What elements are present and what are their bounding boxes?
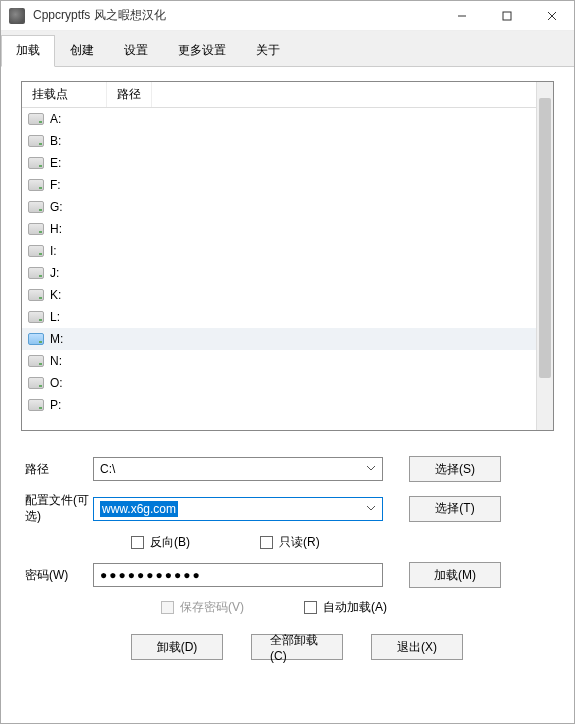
drive-letter: K: — [50, 288, 61, 302]
app-window: Cppcryptfs 风之暇想汉化 加载 创建 设置 更多设置 关于 挂载点 路… — [0, 0, 575, 724]
drive-icon — [28, 113, 44, 125]
drive-icon — [28, 245, 44, 257]
drive-row[interactable]: I: — [22, 240, 536, 262]
tab-about[interactable]: 关于 — [241, 35, 295, 66]
config-label: 配置文件(可选) — [21, 493, 93, 524]
drive-icon — [28, 377, 44, 389]
drive-letter: A: — [50, 112, 61, 126]
drive-row[interactable]: N: — [22, 350, 536, 372]
drive-letter: G: — [50, 200, 63, 214]
drive-letter: O: — [50, 376, 63, 390]
scroll-thumb[interactable] — [539, 98, 551, 378]
drive-row[interactable]: M: — [22, 328, 536, 350]
tab-more-settings[interactable]: 更多设置 — [163, 35, 241, 66]
list-body: A:B:E:F:G:H:I:J:K:L:M:N:O:P: — [22, 108, 536, 416]
titlebar: Cppcryptfs 风之暇想汉化 — [1, 1, 574, 31]
path-combo[interactable]: C:\ — [93, 457, 383, 481]
col-mount[interactable]: 挂载点 — [22, 82, 107, 107]
drive-row[interactable]: G: — [22, 196, 536, 218]
drive-icon — [28, 223, 44, 235]
drive-letter: L: — [50, 310, 60, 324]
drive-row[interactable]: F: — [22, 174, 536, 196]
drive-icon — [28, 333, 44, 345]
close-button[interactable] — [529, 1, 574, 30]
window-controls — [439, 1, 574, 30]
chevron-down-icon — [366, 502, 376, 516]
config-combo[interactable]: www.x6g.com — [93, 497, 383, 521]
drive-icon — [28, 289, 44, 301]
app-icon — [9, 8, 25, 24]
col-path[interactable]: 路径 — [107, 82, 152, 107]
form: 路径 C:\ 选择(S) 配置文件(可选) www.x6g.com 选择(T) … — [21, 455, 554, 660]
maximize-button[interactable] — [484, 1, 529, 30]
drive-row[interactable]: E: — [22, 152, 536, 174]
drive-icon — [28, 179, 44, 191]
drive-row[interactable]: O: — [22, 372, 536, 394]
drive-letter: B: — [50, 134, 61, 148]
mount-button[interactable]: 加载(M) — [409, 562, 501, 588]
drive-icon — [28, 399, 44, 411]
tab-bar: 加载 创建 设置 更多设置 关于 — [1, 31, 574, 67]
drive-icon — [28, 201, 44, 213]
drive-icon — [28, 355, 44, 367]
tab-content: 挂载点 路径 A:B:E:F:G:H:I:J:K:L:M:N:O:P: 路径 C… — [1, 67, 574, 723]
drive-list: 挂载点 路径 A:B:E:F:G:H:I:J:K:L:M:N:O:P: — [21, 81, 554, 431]
tab-mount[interactable]: 加载 — [1, 35, 55, 67]
minimize-button[interactable] — [439, 1, 484, 30]
drive-letter: J: — [50, 266, 59, 280]
config-value: www.x6g.com — [100, 501, 178, 517]
tab-create[interactable]: 创建 — [55, 35, 109, 66]
window-title: Cppcryptfs 风之暇想汉化 — [33, 7, 439, 24]
drive-letter: M: — [50, 332, 63, 346]
select-config-button[interactable]: 选择(T) — [409, 496, 501, 522]
dismount-button[interactable]: 卸载(D) — [131, 634, 223, 660]
svg-rect-1 — [503, 12, 511, 20]
tab-settings[interactable]: 设置 — [109, 35, 163, 66]
drive-row[interactable]: P: — [22, 394, 536, 416]
drive-letter: F: — [50, 178, 61, 192]
list-header: 挂载点 路径 — [22, 82, 536, 108]
drive-letter: N: — [50, 354, 62, 368]
reverse-checkbox[interactable]: 反向(B) — [131, 534, 190, 551]
drive-letter: H: — [50, 222, 62, 236]
path-value: C:\ — [100, 462, 115, 476]
drive-row[interactable]: L: — [22, 306, 536, 328]
drive-icon — [28, 157, 44, 169]
password-value: ●●●●●●●●●●● — [100, 568, 202, 582]
select-path-button[interactable]: 选择(S) — [409, 456, 501, 482]
drive-letter: P: — [50, 398, 61, 412]
save-password-checkbox: 保存密码(V) — [161, 599, 244, 616]
password-input[interactable]: ●●●●●●●●●●● — [93, 563, 383, 587]
drive-row[interactable]: K: — [22, 284, 536, 306]
drive-icon — [28, 311, 44, 323]
automount-checkbox[interactable]: 自动加载(A) — [304, 599, 387, 616]
dismount-all-button[interactable]: 全部卸载(C) — [251, 634, 343, 660]
drive-row[interactable]: B: — [22, 130, 536, 152]
drive-letter: I: — [50, 244, 57, 258]
path-label: 路径 — [21, 461, 93, 478]
drive-row[interactable]: J: — [22, 262, 536, 284]
scrollbar[interactable] — [536, 82, 553, 430]
drive-row[interactable]: A: — [22, 108, 536, 130]
drive-row[interactable]: H: — [22, 218, 536, 240]
drive-icon — [28, 267, 44, 279]
exit-button[interactable]: 退出(X) — [371, 634, 463, 660]
password-label: 密码(W) — [21, 567, 93, 584]
drive-icon — [28, 135, 44, 147]
drive-letter: E: — [50, 156, 61, 170]
chevron-down-icon — [366, 462, 376, 476]
readonly-checkbox[interactable]: 只读(R) — [260, 534, 320, 551]
